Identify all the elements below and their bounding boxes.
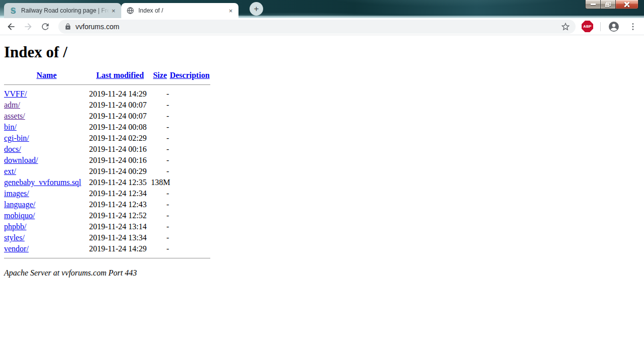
table-row: mobiquo/ 2019-11-24 12:52 - — [4, 210, 210, 221]
footer-divider-row — [4, 254, 210, 262]
three-dot-menu-icon[interactable] — [627, 21, 639, 33]
entry-link[interactable]: download/ — [4, 156, 38, 164]
bookmark-star-icon[interactable] — [560, 22, 571, 32]
entry-modified: 2019-11-24 14:29 — [89, 88, 151, 100]
table-row: cgi-bin/ 2019-11-24 02:29 - — [4, 133, 210, 144]
table-row: bin/ 2019-11-24 00:08 - — [4, 122, 210, 133]
tab-close-icon[interactable]: × — [226, 7, 235, 15]
entry-size: - — [151, 144, 169, 155]
tab-index-of[interactable]: Index of / × — [121, 3, 238, 18]
entry-size: - — [151, 243, 169, 254]
entry-link[interactable]: genebaby_vvforums.sql — [4, 178, 81, 187]
supercoloring-s-logo-icon: S — [9, 7, 17, 15]
tab-close-icon[interactable]: × — [109, 7, 118, 15]
entry-modified: 2019-11-24 00:07 — [89, 111, 151, 122]
entry-modified: 2019-11-24 00:08 — [89, 122, 151, 133]
adblock-plus-extension-icon[interactable]: ABP — [582, 21, 593, 32]
close-window-button[interactable] — [615, 0, 638, 9]
horizontal-rule — [4, 258, 210, 258]
sort-by-description-link[interactable]: Description — [170, 71, 209, 79]
directory-listing-table: Name Last modified Size Description VVFF… — [4, 70, 210, 262]
entry-modified: 2019-11-24 00:29 — [89, 166, 151, 177]
entry-link[interactable]: images/ — [4, 189, 29, 198]
sort-by-name-link[interactable]: Name — [37, 71, 57, 79]
entry-link[interactable]: ext/ — [4, 167, 16, 175]
entry-description — [169, 210, 210, 221]
entry-link[interactable]: vendor/ — [4, 244, 29, 253]
table-row: genebaby_vvforums.sql 2019-11-24 12:35 1… — [4, 177, 210, 188]
page-title: Index of / — [4, 43, 640, 61]
restore-icon — [605, 2, 611, 7]
tab-title: Railway Road coloring page | Fre — [21, 7, 109, 14]
entry-description — [169, 243, 210, 254]
entry-link[interactable]: phpbb/ — [4, 222, 26, 231]
entry-description — [169, 177, 210, 188]
entry-size: 138M — [151, 177, 169, 188]
sort-by-size-link[interactable]: Size — [153, 71, 167, 79]
table-row: assets/ 2019-11-24 00:07 - — [4, 111, 210, 122]
entry-link[interactable]: mobiquo/ — [4, 211, 35, 220]
globe-icon — [126, 7, 134, 15]
entry-description — [169, 144, 210, 155]
entry-modified: 2019-11-24 12:35 — [89, 177, 151, 188]
restore-button[interactable] — [600, 0, 615, 9]
entry-size: - — [151, 210, 169, 221]
browser-toolbar: vvforums.com ABP — [0, 18, 644, 35]
entry-link[interactable]: VVFF/ — [4, 89, 27, 98]
entry-size: - — [151, 122, 169, 133]
entry-modified: 2019-11-24 00:16 — [89, 155, 151, 166]
new-tab-button[interactable]: + — [250, 2, 263, 16]
entry-link[interactable]: language/ — [4, 200, 35, 209]
table-row: VVFF/ 2019-11-24 14:29 - — [4, 88, 210, 100]
profile-avatar-icon[interactable] — [608, 21, 620, 33]
entry-link[interactable]: docs/ — [4, 145, 21, 153]
entry-description — [169, 221, 210, 232]
table-row: styles/ 2019-11-24 13:34 - — [4, 232, 210, 243]
https-padlock-icon[interactable] — [64, 23, 71, 30]
table-row: images/ 2019-11-24 12:34 - — [4, 188, 210, 199]
entry-size: - — [151, 199, 169, 210]
entry-description — [169, 133, 210, 144]
entry-link[interactable]: assets/ — [4, 112, 25, 120]
entry-modified: 2019-11-24 02:29 — [89, 133, 151, 144]
entry-size: - — [151, 232, 169, 243]
horizontal-rule — [4, 84, 210, 85]
minimize-icon — [591, 4, 596, 5]
table-row: language/ 2019-11-24 12:43 - — [4, 199, 210, 210]
reload-button[interactable] — [39, 21, 51, 33]
table-row: phpbb/ 2019-11-24 13:14 - — [4, 221, 210, 232]
entry-link[interactable]: styles/ — [4, 233, 25, 242]
entry-description — [169, 188, 210, 199]
entry-size: - — [151, 111, 169, 122]
forward-button[interactable] — [22, 21, 34, 33]
entry-description — [169, 122, 210, 133]
server-signature: Apache Server at vvforums.com Port 443 — [4, 268, 640, 278]
entry-description — [169, 232, 210, 243]
entry-link[interactable]: adm/ — [4, 101, 20, 109]
entry-modified: 2019-11-24 12:52 — [89, 210, 151, 221]
window-controls — [585, 0, 638, 9]
tab-railway-road-coloring[interactable]: S Railway Road coloring page | Fre × — [4, 3, 121, 18]
page-content: Index of / Name Last modified Size Descr… — [0, 35, 644, 362]
sort-by-last-modified-link[interactable]: Last modified — [96, 71, 144, 79]
entry-modified: 2019-11-24 13:34 — [89, 232, 151, 243]
entry-size: - — [151, 166, 169, 177]
entry-description — [169, 111, 210, 122]
entry-size: - — [151, 188, 169, 199]
back-button[interactable] — [5, 21, 17, 33]
entry-description — [169, 166, 210, 177]
entry-link[interactable]: cgi-bin/ — [4, 134, 29, 142]
entry-modified: 2019-11-24 00:16 — [89, 144, 151, 155]
minimize-button[interactable] — [585, 0, 600, 9]
entry-size: - — [151, 133, 169, 144]
address-bar[interactable]: vvforums.com — [58, 20, 576, 34]
entry-modified: 2019-11-24 12:43 — [89, 199, 151, 210]
table-row: ext/ 2019-11-24 00:29 - — [4, 166, 210, 177]
table-row: download/ 2019-11-24 00:16 - — [4, 155, 210, 166]
table-row: adm/ 2019-11-24 00:07 - — [4, 100, 210, 111]
toolbar-separator — [600, 22, 601, 31]
entry-size: - — [151, 100, 169, 111]
entry-link[interactable]: bin/ — [4, 123, 17, 131]
entry-size: - — [151, 155, 169, 166]
tab-title: Index of / — [138, 7, 226, 14]
